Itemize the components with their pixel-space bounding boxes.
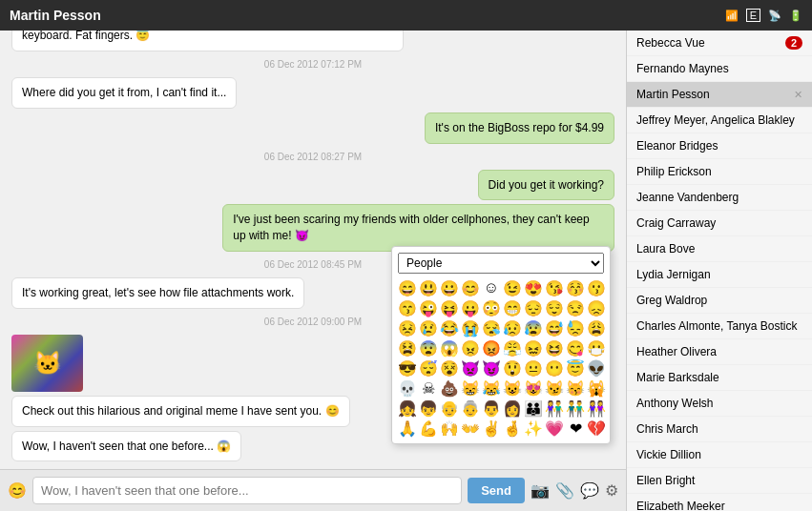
emoji-item[interactable]: 😻 bbox=[524, 379, 543, 398]
emoji-item[interactable]: 😵 bbox=[440, 359, 459, 378]
emoji-item[interactable]: 👫 bbox=[545, 399, 564, 418]
emoji-item[interactable]: 😋 bbox=[566, 339, 585, 358]
emoji-item[interactable]: 👴 bbox=[440, 399, 459, 418]
emoji-category-select[interactable]: PeopleNatureObjectsPlacesSymbols bbox=[398, 253, 604, 274]
emoji-item[interactable]: 😲 bbox=[503, 359, 522, 378]
emoji-item[interactable]: 😱 bbox=[440, 339, 459, 358]
emoji-item[interactable]: 😍 bbox=[524, 279, 543, 297]
emoji-item[interactable]: 🙏 bbox=[398, 419, 417, 438]
emoji-item[interactable]: 👪 bbox=[524, 399, 543, 418]
emoji-item[interactable]: 👵 bbox=[461, 399, 480, 418]
attachment-icon[interactable]: 📎 bbox=[555, 481, 574, 500]
emoji-item[interactable]: 👽 bbox=[587, 359, 606, 378]
emoji-item[interactable]: 😪 bbox=[482, 319, 501, 337]
emoji-item[interactable]: 💪 bbox=[419, 419, 438, 438]
sidebar-contact-item[interactable]: Eleanor Bridges bbox=[627, 133, 812, 159]
emoji-item[interactable]: 🙌 bbox=[440, 419, 459, 438]
emoji-item[interactable]: 😛 bbox=[461, 299, 480, 317]
emoji-item[interactable]: 😣 bbox=[398, 319, 417, 337]
emoji-item[interactable]: 💔 bbox=[587, 419, 606, 438]
emoji-item[interactable]: 💀 bbox=[398, 379, 417, 398]
emoji-item[interactable]: ❤ bbox=[566, 419, 585, 438]
emoji-item[interactable]: 💩 bbox=[440, 379, 459, 398]
sidebar-contact-item[interactable]: Marie Barksdale bbox=[627, 365, 812, 391]
emoji-item[interactable]: 😅 bbox=[545, 319, 564, 337]
emoji-item[interactable]: 😽 bbox=[566, 379, 585, 398]
emoji-item[interactable]: 😂 bbox=[440, 319, 459, 337]
emoji-item[interactable]: ☺ bbox=[482, 279, 501, 297]
sidebar-contact-item[interactable]: Fernando Maynes bbox=[627, 56, 812, 82]
emoji-item[interactable]: 😼 bbox=[545, 379, 564, 398]
emoji-item[interactable]: 😇 bbox=[566, 359, 585, 378]
sidebar-contact-item[interactable]: Jeffrey Meyer, Angelica Blakley bbox=[627, 108, 812, 133]
sidebar-contact-item[interactable]: Rebecca Vue2 bbox=[627, 31, 812, 56]
sidebar-contact-item[interactable]: Ellen Bright bbox=[627, 468, 812, 494]
emoji-input-icon[interactable]: 😊 bbox=[8, 481, 27, 500]
emoji-item[interactable]: 😉 bbox=[503, 279, 522, 297]
emoji-item[interactable]: 😶 bbox=[545, 359, 564, 378]
emoji-item[interactable]: 😴 bbox=[419, 359, 438, 378]
emoji-item[interactable]: ✌ bbox=[482, 419, 501, 438]
emoji-item[interactable]: 😤 bbox=[503, 339, 522, 358]
emoji-item[interactable]: 💗 bbox=[545, 419, 564, 438]
emoji-item[interactable]: 😃 bbox=[419, 279, 438, 297]
camera-icon[interactable]: 📷 bbox=[531, 481, 550, 500]
emoji-item[interactable]: 😙 bbox=[398, 299, 417, 317]
emoji-item[interactable]: ✨ bbox=[524, 419, 543, 438]
sidebar-contact-item[interactable]: Martin Pesson✕ bbox=[627, 82, 812, 108]
emoji-item[interactable]: 😜 bbox=[419, 299, 438, 317]
emoji-item[interactable]: 👧 bbox=[398, 399, 417, 418]
emoji-item[interactable]: ☠ bbox=[419, 379, 438, 398]
emoji-item[interactable]: 😸 bbox=[461, 379, 480, 398]
emoji-item[interactable]: 👦 bbox=[419, 399, 438, 418]
sidebar-contact-item[interactable]: Chris March bbox=[627, 417, 812, 442]
emoji-item[interactable]: 😢 bbox=[419, 319, 438, 337]
emoji-item[interactable]: 😳 bbox=[482, 299, 501, 317]
emoji-item[interactable]: 👬 bbox=[566, 399, 585, 418]
emoji-item[interactable]: 😊 bbox=[461, 279, 480, 297]
sidebar-contact-item[interactable]: Lydia Jernigan bbox=[627, 262, 812, 288]
emoji-item[interactable]: 😚 bbox=[566, 279, 585, 297]
emoji-item[interactable]: 👩 bbox=[503, 399, 522, 418]
sidebar-contact-item[interactable]: Philip Erickson bbox=[627, 159, 812, 185]
emoji-item[interactable]: 😓 bbox=[566, 319, 585, 337]
sidebar-contact-item[interactable]: Charles Almonte, Tanya Bostick bbox=[627, 314, 812, 339]
emoji-item[interactable]: 😠 bbox=[461, 339, 480, 358]
sidebar-contact-item[interactable]: Craig Carraway bbox=[627, 211, 812, 236]
emoji-item[interactable]: 😹 bbox=[482, 379, 501, 398]
emoji-item[interactable]: 😁 bbox=[503, 299, 522, 317]
send-button[interactable]: Send bbox=[468, 478, 525, 503]
settings-icon[interactable]: ⚙ bbox=[605, 481, 618, 500]
sidebar-contact-item[interactable]: Anthony Welsh bbox=[627, 391, 812, 417]
emoji-item[interactable]: 😗 bbox=[587, 279, 606, 297]
emoji-item[interactable]: 😐 bbox=[524, 359, 543, 378]
emoji-item[interactable]: 😖 bbox=[524, 339, 543, 358]
emoji-item[interactable]: 👨 bbox=[482, 399, 501, 418]
emoji-item[interactable]: 😷 bbox=[587, 339, 606, 358]
emoji-item[interactable]: 😀 bbox=[440, 279, 459, 297]
emoji-item[interactable]: 🤞 bbox=[503, 419, 522, 438]
sidebar-contact-item[interactable]: Vickie Dillion bbox=[627, 442, 812, 468]
emoji-item[interactable]: 👭 bbox=[587, 399, 606, 418]
emoji-item[interactable]: 😎 bbox=[398, 359, 417, 378]
emoji-item[interactable]: 😺 bbox=[503, 379, 522, 398]
emoji-item[interactable]: 😩 bbox=[587, 319, 606, 337]
emoji-item[interactable]: 😨 bbox=[419, 339, 438, 358]
emoji-item[interactable]: 😒 bbox=[566, 299, 585, 317]
emoji-item[interactable]: 😭 bbox=[461, 319, 480, 337]
emoji-item[interactable]: 😔 bbox=[524, 299, 543, 317]
sidebar-contact-item[interactable]: Laura Bove bbox=[627, 236, 812, 262]
emoji-item[interactable]: 👐 bbox=[461, 419, 480, 438]
sidebar-contact-item[interactable]: Greg Waldrop bbox=[627, 288, 812, 314]
emoji-item[interactable]: 😘 bbox=[545, 279, 564, 297]
emoji-item[interactable]: 😄 bbox=[398, 279, 417, 297]
sidebar-contact-item[interactable]: Jeanne Vandenberg bbox=[627, 185, 812, 211]
sidebar-contact-item[interactable]: Elizabeth Meeker bbox=[627, 494, 812, 511]
emoji-item[interactable]: 😫 bbox=[398, 339, 417, 358]
emoji-item[interactable]: 😆 bbox=[545, 339, 564, 358]
sidebar-contact-item[interactable]: Heather Olivera bbox=[627, 339, 812, 365]
emoji-item[interactable]: 😡 bbox=[482, 339, 501, 358]
emoji-item[interactable]: 👿 bbox=[461, 359, 480, 378]
emoji-item[interactable]: 😥 bbox=[503, 319, 522, 337]
message-input[interactable] bbox=[32, 477, 462, 504]
